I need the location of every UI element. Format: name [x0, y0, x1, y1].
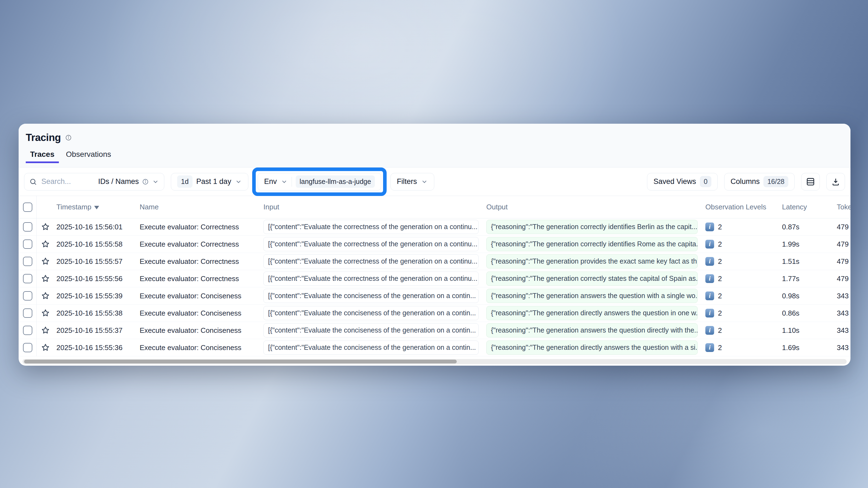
observation-count: 2 [718, 223, 722, 231]
env-value-badge: langfuse-llm-as-a-judge [296, 175, 375, 188]
star-icon[interactable] [41, 343, 50, 352]
tokens-cell: 479 → [837, 257, 850, 266]
star-icon[interactable] [41, 309, 50, 318]
level-info-icon: i [705, 309, 714, 318]
output-cell[interactable]: {"reasoning":"The generation correctly i… [486, 237, 698, 251]
input-cell[interactable]: [{"content":"Evaluate the correctness of… [264, 254, 478, 268]
star-icon[interactable] [41, 240, 50, 249]
timestamp-cell: 2025-10-16 15:55:57 [54, 257, 140, 266]
star-icon[interactable] [41, 326, 50, 335]
level-info-icon: i [705, 326, 714, 335]
latency-cell: 1.77s [782, 274, 837, 283]
sort-desc-icon [94, 206, 99, 209]
row-checkbox[interactable] [23, 222, 32, 232]
row-checkbox[interactable] [23, 257, 32, 266]
input-cell[interactable]: [{"content":"Evaluate the conciseness of… [264, 340, 478, 355]
table-row[interactable]: 2025-10-16 15:55:37 Execute evaluator: C… [19, 322, 850, 339]
columns-button[interactable]: Columns 16/28 [724, 173, 795, 191]
name-cell: Execute evaluator: Correctness [140, 240, 264, 249]
annotation-highlight-box: Env langfuse-llm-as-a-judge [252, 167, 386, 196]
filters-button[interactable]: Filters [391, 173, 434, 191]
row-checkbox[interactable] [23, 239, 32, 249]
filters-label: Filters [397, 177, 417, 186]
export-button[interactable] [826, 173, 845, 191]
page-title: Tracing [26, 132, 61, 143]
star-icon[interactable] [41, 291, 50, 300]
search-input[interactable]: Search... IDs / Names [24, 173, 164, 191]
row-checkbox[interactable] [23, 343, 32, 352]
output-cell[interactable]: {"reasoning":"The generation correctly i… [486, 220, 698, 234]
env-label: Env [264, 177, 277, 186]
table-row[interactable]: 2025-10-16 15:55:58 Execute evaluator: C… [19, 236, 850, 253]
table-row[interactable]: 2025-10-16 15:55:38 Execute evaluator: C… [19, 305, 850, 322]
input-cell[interactable]: [{"content":"Evaluate the conciseness of… [264, 306, 478, 320]
header-latency[interactable]: Latency [782, 203, 837, 211]
tracing-panel: Tracing Traces Observations [19, 124, 850, 366]
input-cell[interactable]: [{"content":"Evaluate the correctness of… [264, 271, 478, 286]
level-info-icon: i [705, 274, 714, 283]
table-row[interactable]: 2025-10-16 15:55:36 Execute evaluator: C… [19, 339, 850, 356]
row-checkbox[interactable] [23, 291, 32, 300]
tokens-cell: 343 → [837, 326, 850, 335]
observation-count: 2 [718, 240, 722, 249]
info-icon[interactable] [65, 134, 72, 141]
row-height-button[interactable] [801, 173, 820, 191]
row-checkbox[interactable] [23, 308, 32, 318]
env-filter-button[interactable]: Env langfuse-llm-as-a-judge [258, 173, 381, 191]
tab-traces[interactable]: Traces [26, 150, 59, 163]
search-icon [29, 178, 37, 186]
observation-count: 2 [718, 309, 722, 318]
table-row[interactable]: 2025-10-16 15:55:57 Execute evaluator: C… [19, 253, 850, 270]
info-icon [142, 178, 149, 185]
page-header: Tracing Traces Observations [19, 124, 850, 167]
output-cell[interactable]: {"reasoning":"The generation answers the… [486, 289, 698, 303]
latency-cell: 1.99s [782, 240, 837, 249]
table-row[interactable]: 2025-10-16 15:55:56 Execute evaluator: C… [19, 270, 850, 287]
select-all-checkbox[interactable] [23, 202, 32, 212]
output-cell[interactable]: {"reasoning":"The generation directly an… [486, 306, 698, 320]
search-mode-dropdown[interactable]: IDs / Names [98, 177, 159, 186]
header-tokens[interactable]: Tokens [837, 203, 850, 211]
time-range-button[interactable]: 1d Past 1 day [171, 173, 248, 191]
level-info-icon: i [705, 223, 714, 231]
search-mode-label: IDs / Names [98, 177, 139, 186]
input-cell[interactable]: [{"content":"Evaluate the correctness of… [264, 237, 478, 251]
scrollbar-thumb[interactable] [24, 360, 457, 363]
chevron-down-icon [235, 178, 242, 185]
row-checkbox[interactable] [23, 274, 32, 283]
header-input[interactable]: Input [264, 203, 486, 211]
tab-observations[interactable]: Observations [62, 150, 116, 163]
header-observation-levels[interactable]: Observation Levels [705, 203, 782, 211]
row-checkbox[interactable] [23, 326, 32, 335]
desktop-background: Tracing Traces Observations [0, 0, 868, 488]
observation-count: 2 [718, 344, 722, 352]
table-row[interactable]: 2025-10-16 15:56:01 Execute evaluator: C… [19, 219, 850, 236]
latency-cell: 0.86s [782, 309, 837, 318]
output-cell[interactable]: {"reasoning":"The generation correctly s… [486, 271, 698, 286]
input-cell[interactable]: [{"content":"Evaluate the conciseness of… [264, 323, 478, 337]
header-name[interactable]: Name [140, 203, 264, 211]
output-cell[interactable]: {"reasoning":"The generation provides th… [486, 254, 698, 268]
output-cell[interactable]: {"reasoning":"The generation answers the… [486, 323, 698, 337]
latency-cell: 0.98s [782, 292, 837, 300]
name-cell: Execute evaluator: Correctness [140, 274, 264, 283]
header-timestamp[interactable]: Timestamp [54, 203, 140, 211]
output-cell[interactable]: {"reasoning":"The generation directly an… [486, 340, 698, 355]
table-row[interactable]: 2025-10-16 15:55:39 Execute evaluator: C… [19, 287, 850, 305]
header-output[interactable]: Output [486, 203, 705, 211]
timestamp-cell: 2025-10-16 15:55:56 [54, 274, 140, 283]
horizontal-scrollbar[interactable] [23, 359, 847, 364]
input-cell[interactable]: [{"content":"Evaluate the correctness of… [264, 220, 478, 234]
latency-cell: 0.87s [782, 223, 837, 231]
timestamp-cell: 2025-10-16 15:55:39 [54, 292, 140, 300]
star-icon[interactable] [41, 274, 50, 283]
saved-views-button[interactable]: Saved Views 0 [647, 173, 718, 191]
star-icon[interactable] [41, 223, 50, 231]
observation-count: 2 [718, 292, 722, 300]
input-cell[interactable]: [{"content":"Evaluate the conciseness of… [264, 289, 478, 303]
star-icon[interactable] [41, 257, 50, 266]
timestamp-cell: 2025-10-16 15:55:37 [54, 326, 140, 335]
columns-label: Columns [731, 177, 760, 186]
name-cell: Execute evaluator: Conciseness [140, 309, 264, 318]
chevron-down-icon [152, 178, 159, 185]
